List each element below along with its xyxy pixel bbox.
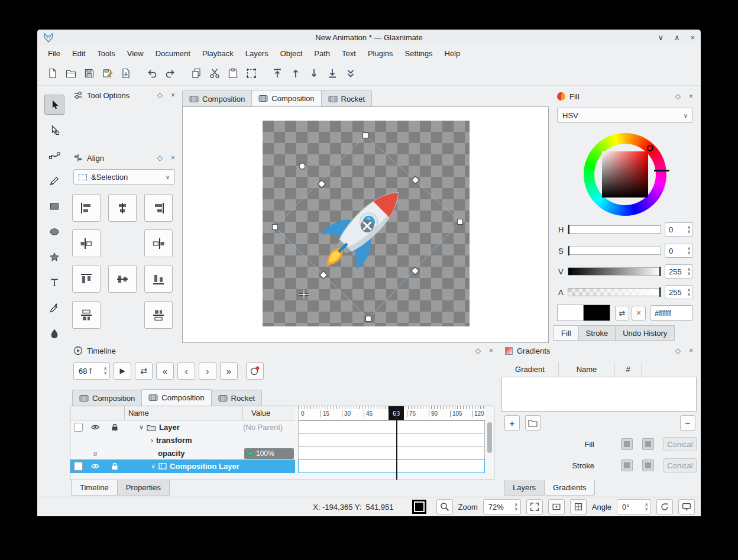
align-left-button[interactable] (72, 194, 101, 222)
layer-row[interactable]: ∨ Layer (No Parent) (70, 420, 295, 434)
close-panel-icon[interactable]: × (489, 347, 493, 355)
menu-view[interactable]: View (121, 47, 150, 60)
copy-button[interactable] (187, 64, 205, 83)
tab-gradients[interactable]: Gradients (544, 480, 595, 496)
fullscreen-canvas-button[interactable] (678, 499, 695, 514)
spin-down-icon[interactable]: ∨ (645, 507, 648, 511)
next-frame-button[interactable]: › (199, 362, 216, 380)
canvas-tab-composition-1[interactable]: Composition (182, 90, 252, 106)
stroke-gradient-swatch[interactable] (621, 459, 633, 471)
keyframe-lane-selected[interactable] (298, 459, 485, 473)
maximize-button[interactable]: ∧ (674, 33, 680, 42)
opacity-row[interactable]: ø opacity 100% (70, 446, 295, 460)
add-gradient-button[interactable]: + (504, 415, 520, 430)
paste-button[interactable] (224, 64, 242, 83)
layer-name[interactable]: Layer (159, 423, 180, 432)
color-model-select[interactable]: HSV ∨ (557, 108, 693, 123)
spin-down-icon[interactable]: ∨ (687, 292, 691, 296)
loop-button[interactable]: ⇄ (135, 362, 153, 380)
edit-nodes-tool-button[interactable] (44, 120, 64, 140)
hue-marker[interactable] (647, 145, 653, 151)
freehand-tool-button[interactable] (44, 171, 64, 191)
stroke-gradient-swatch-2[interactable] (642, 459, 654, 471)
menu-playback[interactable]: Playback (196, 47, 239, 60)
align-outside-left-button[interactable] (72, 229, 101, 257)
menu-plugins[interactable]: Plugins (362, 47, 399, 60)
menu-object[interactable]: Object (274, 47, 309, 60)
rotate-handle[interactable] (299, 163, 305, 169)
redo-button[interactable] (161, 64, 179, 83)
alpha-slider[interactable] (568, 288, 661, 296)
float-panel-icon[interactable]: ◇ (157, 154, 163, 162)
menu-layers[interactable]: Layers (239, 47, 274, 60)
angle-spinbox[interactable]: 0°∧∨ (617, 499, 651, 514)
ellipse-tool-button[interactable] (44, 222, 64, 242)
eye-icon[interactable] (90, 424, 100, 430)
current-color-indicator[interactable] (412, 500, 426, 514)
composition-layer-row-selected[interactable]: ∨ Composition Layer (70, 459, 295, 473)
current-color-swatch[interactable] (557, 305, 584, 321)
timeline-tab-composition-2[interactable]: Composition (141, 389, 211, 406)
float-panel-icon[interactable]: ◇ (475, 347, 481, 355)
layer-parent-value[interactable]: (No Parent) (243, 423, 295, 432)
slider-handle[interactable] (568, 246, 569, 255)
sv-marker[interactable] (654, 170, 669, 171)
slider-handle[interactable] (568, 225, 569, 234)
tab-properties[interactable]: Properties (117, 480, 170, 496)
trace-bitmap-button[interactable] (242, 64, 260, 83)
canvas-viewport[interactable] (182, 106, 549, 343)
export-button[interactable] (116, 64, 135, 83)
lower-to-bottom-button[interactable] (323, 64, 341, 83)
expander-icon[interactable]: ∨ (151, 462, 156, 470)
menu-path[interactable]: Path (308, 47, 336, 60)
menu-settings[interactable]: Settings (399, 47, 439, 60)
slider-handle[interactable] (659, 267, 661, 276)
float-panel-icon[interactable]: ◇ (157, 91, 163, 99)
go-first-frame-button[interactable]: « (156, 362, 174, 380)
saturation-spinbox[interactable]: 0∧∨ (665, 244, 693, 258)
menu-file[interactable]: File (42, 47, 66, 60)
property-name[interactable]: transform (156, 436, 192, 445)
align-target-select[interactable]: &Selection ∨ (73, 169, 175, 184)
lock-icon[interactable] (111, 462, 119, 470)
transform-row[interactable]: › transform (70, 433, 295, 447)
eye-icon[interactable] (90, 463, 100, 470)
menu-help[interactable]: Help (439, 47, 467, 60)
tab-layers[interactable]: Layers (504, 480, 545, 496)
hex-color-input[interactable] (650, 305, 693, 321)
undo-button[interactable] (143, 64, 161, 83)
scale-handle[interactable] (366, 316, 371, 322)
sv-square[interactable] (602, 151, 648, 198)
color-wheel[interactable] (584, 133, 666, 216)
gradient-column-header[interactable]: Gradient (501, 362, 559, 377)
name-column-header[interactable]: Name (559, 362, 615, 377)
reset-zoom-button[interactable] (548, 499, 565, 514)
spin-down-icon[interactable]: ∨ (687, 271, 691, 276)
expander-icon[interactable]: › (151, 436, 153, 445)
align-top-button[interactable] (72, 265, 101, 293)
lower-button[interactable] (305, 64, 323, 83)
menu-document[interactable]: Document (150, 47, 196, 60)
alpha-spinbox[interactable]: 255∧∨ (665, 285, 693, 299)
save-button[interactable] (80, 64, 98, 83)
align-bottom-button[interactable] (144, 265, 173, 293)
cut-button[interactable] (205, 64, 224, 83)
frame-spinbox[interactable]: 68 f∧∨ (73, 362, 110, 380)
timeline-ruler[interactable]: 0 15 30 45 75 90 105 120 68 (298, 406, 485, 420)
hue-slider[interactable] (568, 225, 661, 234)
open-file-button[interactable] (62, 64, 80, 83)
zoom-spinbox[interactable]: 72%∧∨ (483, 499, 521, 514)
rectangle-tool-button[interactable] (44, 196, 64, 216)
scale-handle[interactable] (363, 133, 368, 138)
edge-handle[interactable] (318, 180, 326, 188)
prev-frame-button[interactable]: ‹ (177, 362, 195, 380)
remove-gradient-button[interactable]: − (680, 415, 695, 430)
keyframe-lane[interactable] (298, 433, 485, 447)
align-right-button[interactable] (144, 194, 173, 222)
fill-tool-button[interactable] (44, 323, 64, 344)
clear-color-button[interactable]: × (632, 306, 646, 321)
save-as-button[interactable] (98, 64, 116, 83)
close-panel-icon[interactable]: × (171, 91, 175, 99)
float-panel-icon[interactable]: ◇ (675, 347, 681, 355)
canvas-tab-rocket[interactable]: Rocket (321, 90, 372, 106)
